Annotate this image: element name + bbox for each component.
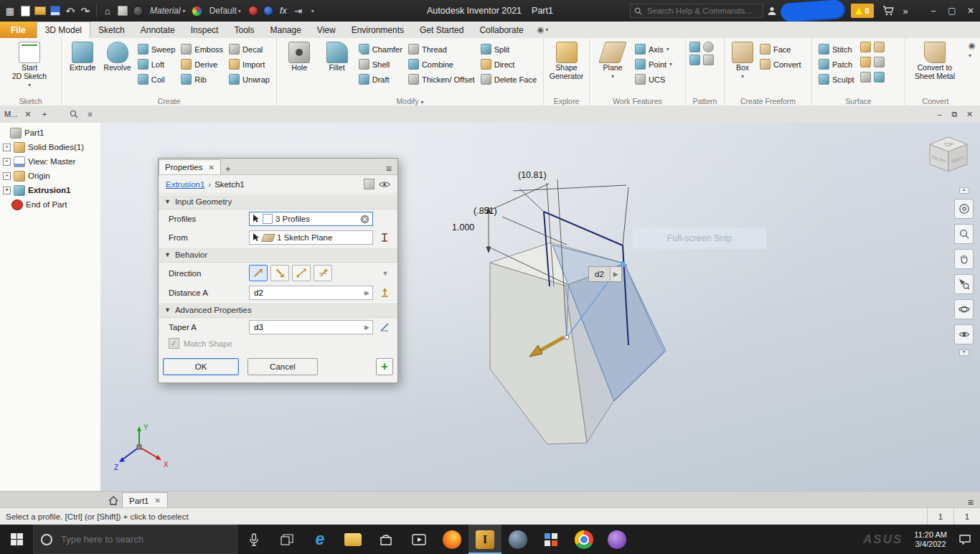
tree-item-extrusion1[interactable]: + Extrusion1 xyxy=(0,183,100,197)
grid-app-icon[interactable] xyxy=(534,525,567,554)
mirror-icon[interactable] xyxy=(689,55,700,65)
flip-direction-icon[interactable] xyxy=(376,288,393,298)
taskbar-search-input[interactable] xyxy=(60,533,230,545)
media-player-icon[interactable] xyxy=(402,525,435,554)
doc-restore-icon[interactable]: ⧉ xyxy=(948,108,961,121)
direction-more-icon[interactable]: ▼ xyxy=(382,270,389,277)
split-button[interactable]: Split xyxy=(478,42,540,57)
sketch-return-icon[interactable] xyxy=(116,3,130,19)
tab-file[interactable]: File xyxy=(0,22,37,38)
box-button[interactable]: Box ▾ xyxy=(728,39,757,80)
loft-button[interactable]: Loft xyxy=(135,57,179,72)
cart-icon[interactable] xyxy=(881,3,895,19)
derive-button[interactable]: Derive xyxy=(178,57,226,72)
tab-view[interactable]: View xyxy=(309,22,344,38)
taskbar-search-box[interactable] xyxy=(33,525,237,554)
shell-button[interactable]: Shell xyxy=(356,57,405,72)
tab-tools[interactable]: Tools xyxy=(226,22,262,38)
delete-face-button[interactable]: Delete Face xyxy=(478,72,540,87)
ruled-surface-icon[interactable] xyxy=(874,42,885,52)
zoom-icon[interactable] xyxy=(954,224,974,244)
axis-button[interactable]: Axis▾ xyxy=(632,42,675,57)
properties-tab[interactable]: Properties ✕ xyxy=(159,159,221,174)
tab-3d-model[interactable]: 3D Model xyxy=(37,22,90,39)
undo-icon[interactable]: ↶▾ xyxy=(63,3,77,19)
direction-flipped-button[interactable] xyxy=(270,265,289,281)
adjust-color-icon[interactable] xyxy=(246,3,260,19)
tab-annotate[interactable]: Annotate xyxy=(133,22,183,38)
home-tab-icon[interactable] xyxy=(105,493,122,508)
fillet-button[interactable]: Fillet xyxy=(318,39,355,72)
convert-to-sheet-metal-button[interactable]: Convert to Sheet Metal xyxy=(909,39,961,80)
sphere-app-icon[interactable] xyxy=(501,525,534,554)
dim-depth-label[interactable]: (.851) xyxy=(473,206,497,216)
solid-icon[interactable] xyxy=(364,179,374,189)
dim-width-label[interactable]: (10.81) xyxy=(518,170,547,180)
extrude-button[interactable]: Extrude xyxy=(65,39,100,72)
replace-face-icon[interactable] xyxy=(860,72,871,83)
tree-item-end-of-part[interactable]: End of Part xyxy=(0,197,100,212)
task-view-icon[interactable] xyxy=(270,525,303,554)
draft-button[interactable]: Draft xyxy=(356,72,405,87)
tab-list-menu-icon[interactable]: ≡ xyxy=(968,497,980,508)
revolve-button[interactable]: Revolve xyxy=(100,39,134,72)
fit-mesh-face-icon[interactable] xyxy=(874,72,885,83)
quick-access-overflow-icon[interactable]: ▾ xyxy=(306,3,321,19)
navigation-wheel-icon[interactable] xyxy=(954,199,974,219)
freeform-convert-button[interactable]: Convert xyxy=(757,57,804,72)
section-advanced-properties[interactable]: ▼ Advanced Properties xyxy=(159,302,397,318)
patch-button[interactable]: Patch xyxy=(816,57,857,72)
new-file-icon[interactable] xyxy=(18,3,32,19)
delete-surface-icon[interactable] xyxy=(874,57,885,67)
cancel-button[interactable]: Cancel xyxy=(248,358,318,375)
coil-button[interactable]: Coil xyxy=(135,72,179,87)
new-solid-plus-button[interactable]: + xyxy=(376,358,393,375)
store-icon[interactable] xyxy=(369,525,402,554)
navbar-scroll-down[interactable]: ▾ xyxy=(959,349,969,356)
from-field[interactable]: 1 Sketch Plane xyxy=(249,230,373,245)
import-button[interactable]: Import xyxy=(226,57,273,72)
point-button[interactable]: Point▾ xyxy=(632,57,675,72)
tree-item-view-master[interactable]: + View: Master xyxy=(0,154,100,169)
direction-asymmetric-button[interactable] xyxy=(314,265,332,281)
microphone-icon[interactable] xyxy=(237,525,270,554)
chevron-right-icon[interactable]: ▶ xyxy=(610,267,621,281)
parameters-fx-icon[interactable]: fx xyxy=(276,3,291,19)
distance-input[interactable] xyxy=(253,288,360,298)
unwrap-button[interactable]: Unwrap xyxy=(226,72,273,87)
tab-inspect[interactable]: Inspect xyxy=(183,22,227,38)
close-icon[interactable]: ✕ xyxy=(208,164,214,172)
expression-dropdown-icon[interactable]: ▶ xyxy=(364,324,369,331)
circular-pattern-icon[interactable] xyxy=(703,42,714,52)
extend-surface-icon[interactable] xyxy=(860,57,871,67)
shape-generator-button[interactable]: Shape Generator xyxy=(547,39,585,80)
dim-height-label[interactable]: 1.000 xyxy=(452,222,474,233)
start-2d-sketch-button[interactable]: Start 2D Sketch ▾ xyxy=(4,39,55,89)
direct-button[interactable]: Direct xyxy=(478,57,540,72)
firefox-icon[interactable] xyxy=(435,525,468,554)
minimize-button[interactable]: – xyxy=(924,0,943,22)
match-shape-checkbox[interactable]: ✓ xyxy=(169,338,179,349)
from-terminator-icon[interactable] xyxy=(376,233,393,243)
help-search-input[interactable] xyxy=(646,6,759,16)
breadcrumb-sketch1[interactable]: Sketch1 xyxy=(215,180,245,189)
adjust-color2-icon[interactable] xyxy=(261,3,275,19)
decal-button[interactable]: Decal xyxy=(226,42,273,57)
sketch-driven-pattern-icon[interactable] xyxy=(703,55,714,65)
tab-get-started[interactable]: Get Started xyxy=(412,22,471,38)
overflow-chevrons-icon[interactable]: » xyxy=(898,3,913,19)
breadcrumb-extrusion1-link[interactable]: Extrusion1 xyxy=(166,180,204,189)
expand-icon[interactable]: + xyxy=(3,172,11,180)
taskbar-clock[interactable]: 11:20 AM 3/4/2022 xyxy=(914,530,947,549)
profiles-field[interactable]: 3 Profiles xyxy=(249,212,373,226)
dialog-menu-icon[interactable]: ≡ xyxy=(380,163,397,174)
user-icon[interactable] xyxy=(765,3,779,19)
browser-tab-label[interactable]: M... xyxy=(4,110,17,118)
zoom-window-icon[interactable] xyxy=(954,274,974,294)
appearance-wheel-icon[interactable] xyxy=(190,3,204,19)
taper-angle-icon[interactable] xyxy=(376,322,393,332)
view-cube[interactable]: TOP FRONT RIGHT xyxy=(923,133,974,184)
combine-button[interactable]: Combine xyxy=(405,57,478,72)
thread-button[interactable]: Thread xyxy=(405,42,478,57)
tree-item-origin[interactable]: + Origin xyxy=(0,169,100,183)
